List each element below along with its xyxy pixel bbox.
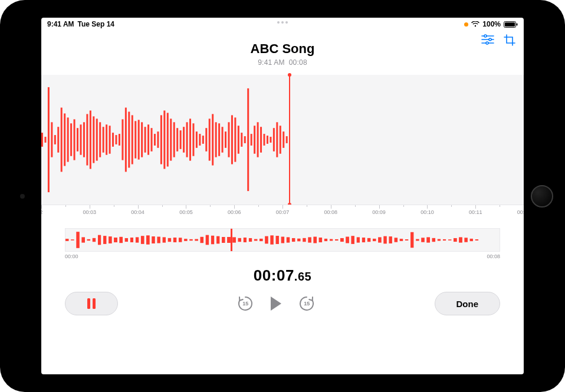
ruler-label: 00:08 xyxy=(324,209,338,215)
multitask-grabber[interactable] xyxy=(277,21,288,24)
waveform-main[interactable] xyxy=(41,75,524,205)
svg-point-6 xyxy=(489,38,491,41)
pause-icon xyxy=(87,298,96,309)
recording-title[interactable]: ABC Song xyxy=(41,41,524,57)
play-button[interactable] xyxy=(271,297,281,311)
ruler-label: 00:06 xyxy=(228,209,241,215)
pause-record-button[interactable] xyxy=(65,292,118,315)
svg-point-8 xyxy=(486,42,488,44)
front-camera xyxy=(20,194,25,199)
waveform-overview[interactable] xyxy=(65,228,500,252)
skip-back-15-button[interactable]: 15 xyxy=(236,295,254,312)
ruler-label: 00:03 xyxy=(83,209,97,215)
ruler-label: 00:07 xyxy=(276,209,290,215)
time-ruler[interactable]: 200:0300:0400:0500:0600:0700:0800:0900:1… xyxy=(41,205,524,218)
playhead[interactable] xyxy=(289,75,290,205)
statusbar-time: 9:41 AM xyxy=(47,20,74,28)
overview-end-label: 00:08 xyxy=(487,253,500,259)
svg-rect-10 xyxy=(93,298,96,309)
options-icon[interactable] xyxy=(481,34,494,48)
svg-point-4 xyxy=(484,35,487,37)
ruler-label: 00:11 xyxy=(469,209,482,215)
ruler-label: 00:09 xyxy=(372,209,386,215)
battery-percent: 100% xyxy=(482,20,501,28)
statusbar-date: Tue Sep 14 xyxy=(78,20,114,28)
timecode-display: 00:07.65 xyxy=(41,266,524,285)
home-button[interactable] xyxy=(531,185,553,207)
overview-playhead[interactable] xyxy=(231,229,232,251)
play-icon xyxy=(271,297,281,311)
recording-indicator-dot xyxy=(464,22,468,27)
svg-rect-1 xyxy=(505,22,515,27)
skip-forward-15-button[interactable]: 15 xyxy=(298,295,316,312)
recording-subtitle: 9:41 AM 00:08 xyxy=(41,58,524,67)
done-button[interactable]: Done xyxy=(435,292,501,315)
overview-start-label: 00:00 xyxy=(65,253,78,259)
wifi-icon xyxy=(471,21,479,27)
ruler-label: 00:10 xyxy=(421,209,434,215)
svg-rect-9 xyxy=(87,298,90,309)
battery-icon xyxy=(504,21,518,28)
status-bar: 9:41 AM Tue Sep 14 100% xyxy=(41,18,524,31)
ruler-label: 00:12 xyxy=(517,209,524,215)
ruler-label: 00:05 xyxy=(179,209,193,215)
svg-rect-2 xyxy=(517,23,518,25)
ruler-label: 00:04 xyxy=(131,209,144,215)
trim-icon[interactable] xyxy=(504,34,515,48)
ruler-label: 2 xyxy=(41,209,43,215)
